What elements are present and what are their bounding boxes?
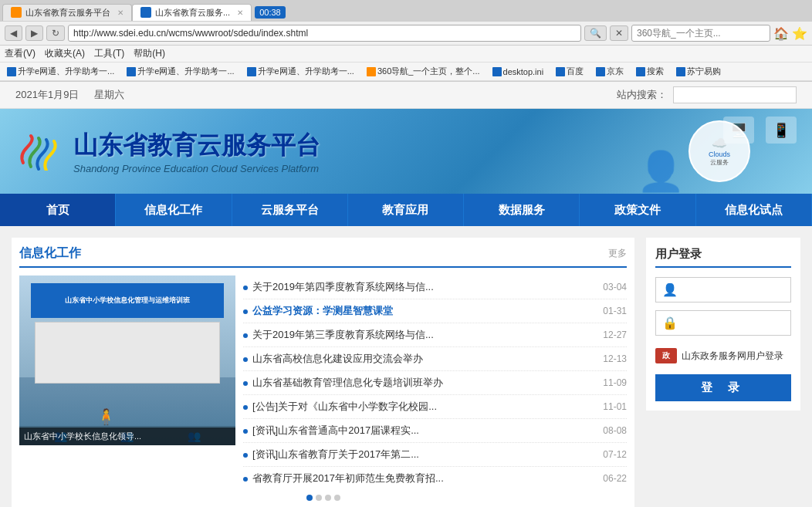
nav-home[interactable]: 首页 (0, 194, 116, 226)
bookmark-label-7: 搜索 (647, 66, 664, 77)
bookmark-label-5: 百度 (567, 66, 584, 77)
refresh-button[interactable]: ↻ (46, 25, 65, 41)
section-more[interactable]: 更多 (608, 247, 627, 260)
bookmark-2[interactable]: 升学e网通、升学助考一... (243, 65, 358, 78)
username-wrapper: 👤 (655, 277, 791, 303)
bookmark-8[interactable]: 苏宁易购 (672, 65, 725, 78)
news-date-8: 06-22 (588, 473, 627, 484)
search-go-button[interactable]: 🔍 (584, 25, 607, 41)
nav-cloud[interactable]: 云服务平台 (232, 194, 348, 226)
info-content: 山东省中小学校信息化管理与运维培训班 🧍 👥 👥 (19, 275, 627, 490)
topbar-right: 站内搜索： (617, 86, 797, 103)
news-title-5[interactable]: [公告]关于对《山东省中小学数字化校园... (252, 400, 588, 414)
user-icon: 👤 (662, 282, 678, 297)
bookmark-label-8: 苏宁易购 (687, 66, 721, 77)
news-date-7: 07-12 (588, 449, 627, 460)
bookmark-icon-2 (247, 67, 256, 76)
news-date-6: 08-08 (588, 425, 627, 436)
nav-pilot[interactable]: 信息化试点 (696, 194, 812, 226)
news-title-2[interactable]: 关于2019年第三季度教育系统网络与信... (252, 328, 588, 342)
username-input[interactable] (684, 284, 784, 296)
bookmark-4[interactable]: desktop.ini (489, 66, 548, 77)
browser-tabs: 山东省教育云服务平台 ✕ 山东省教育云服务... ✕ 00:38 (0, 0, 812, 22)
menu-view[interactable]: 查看(V) (5, 47, 36, 60)
site-search-input[interactable] (673, 86, 797, 103)
bookmark-5[interactable]: 百度 (552, 65, 587, 78)
bookmark-7[interactable]: 搜索 (632, 65, 668, 78)
news-title-8[interactable]: 省教育厅开展2017年初师范生免费教育招... (252, 472, 588, 485)
list-item: 关于2019年第三季度教育系统网络与信... 12-27 (243, 323, 627, 347)
site-date: 2021年1月9日 (15, 88, 79, 102)
login-button[interactable]: 登 录 (655, 374, 791, 401)
address-bar[interactable] (68, 25, 581, 42)
cloud-badge: ☁️ Clouds 云服务 (689, 120, 750, 182)
home-icon[interactable]: 🏠 (773, 26, 789, 41)
tab-close-2[interactable]: ✕ (237, 8, 243, 17)
tab-1[interactable]: 山东省教育云服务平台 ✕ (2, 4, 132, 21)
bookmark-icon-0 (7, 67, 16, 76)
bookmark-label-3: 360导航_一个主页，整个... (377, 66, 480, 77)
nav-data[interactable]: 数据服务 (464, 194, 580, 226)
list-item: 公益学习资源：学测星智慧课堂 01-31 (243, 299, 627, 323)
bookmark-1[interactable]: 升学e网通、升学助考一... (123, 65, 238, 78)
site-weekday: 星期六 (94, 88, 124, 102)
section-header: 信息化工作 更多 (19, 245, 627, 268)
browser-search-input[interactable] (631, 25, 770, 42)
news-date-2: 12-27 (588, 330, 627, 340)
menu-help[interactable]: 帮助(H) (134, 47, 165, 60)
gov-icon-text: 政 (662, 350, 670, 361)
info-section: 信息化工作 更多 山东省中小学校信息化管理与运维培训班 (12, 238, 634, 507)
bookmark-icon-6 (596, 67, 605, 76)
news-title-6[interactable]: [资讯]山东省普通高中2017届课程实... (252, 424, 588, 438)
site-logo-cn: 山东省教育云服务平台 (73, 129, 320, 163)
nav-edu-app[interactable]: 教育应用 (348, 194, 464, 226)
nav-it-work[interactable]: 信息化工作 (116, 194, 232, 226)
logo-text-area: 山东省教育云服务平台 Shandong Province Education C… (73, 129, 320, 174)
left-content: 信息化工作 更多 山东省中小学校信息化管理与运维培训班 (12, 238, 634, 507)
news-title-0[interactable]: 关于2019年第四季度教育系统网络与信... (252, 280, 588, 294)
info-image: 山东省中小学校信息化管理与运维培训班 🧍 👥 👥 (19, 275, 235, 445)
dot-3[interactable] (334, 495, 340, 501)
news-dot-5 (243, 405, 248, 410)
menu-tools[interactable]: 工具(T) (94, 47, 124, 60)
news-title-3[interactable]: 山东省高校信息化建设应用交流会举办 (252, 352, 588, 366)
browser-chrome: 山东省教育云服务平台 ✕ 山东省教育云服务... ✕ 00:38 ◀ ▶ ↻ 🔍… (0, 0, 812, 82)
tab-favicon-2 (140, 7, 151, 18)
news-dot-8 (243, 477, 248, 482)
news-title-4[interactable]: 山东省基础教育管理信息化专题培训班举办 (252, 376, 588, 390)
tab-favicon-1 (11, 7, 22, 18)
bookmark-icon-1 (127, 67, 136, 76)
stop-button[interactable]: ✕ (610, 25, 628, 41)
password-input[interactable] (684, 317, 784, 329)
image-placeholder: 山东省中小学校信息化管理与运维培训班 🧍 👥 👥 (19, 275, 235, 445)
tab-label-2: 山东省教育云服务... (155, 7, 230, 19)
bookmark-label-4: desktop.ini (503, 67, 544, 76)
tab-2[interactable]: 山东省教育云服务... ✕ (132, 4, 252, 21)
news-list: 关于2019年第四季度教育系统网络与信... 03-04 公益学习资源：学测星智… (243, 275, 627, 490)
dot-2[interactable] (325, 495, 331, 501)
nav-policy[interactable]: 政策文件 (580, 194, 695, 226)
bookmark-0[interactable]: 升学e网通、升学助考一... (3, 65, 118, 78)
back-button[interactable]: ◀ (5, 25, 22, 41)
news-title-7[interactable]: [资讯]山东省教育厅关于2017年第二... (252, 448, 588, 461)
bookmark-icon-4 (492, 67, 502, 76)
list-item: 省教育厅开展2017年初师范生免费教育招... 06-22 (243, 467, 627, 490)
star-icon[interactable]: ⭐ (792, 26, 807, 41)
main-nav: 首页 信息化工作 云服务平台 教育应用 数据服务 政策文件 信息化试点 (0, 194, 812, 226)
bookmark-label-6: 京东 (607, 66, 624, 77)
forward-button[interactable]: ▶ (25, 25, 43, 41)
tab-close-1[interactable]: ✕ (117, 8, 123, 17)
gov-login-button[interactable]: 政 山东政务服务网用户登录 (655, 343, 791, 368)
site-logo-en: Shandong Province Education Cloud Servic… (73, 163, 320, 174)
section-title: 信息化工作 (19, 245, 81, 262)
dot-0[interactable] (306, 495, 313, 501)
bookmark-icon-3 (367, 67, 376, 76)
menu-favorites[interactable]: 收藏夹(A) (45, 47, 85, 60)
bookmark-3[interactable]: 360导航_一个主页，整个... (363, 65, 484, 78)
news-title-1[interactable]: 公益学习资源：学测星智慧课堂 (252, 304, 588, 318)
gov-login-label: 山东政务服务网用户登录 (682, 350, 783, 363)
bookmark-6[interactable]: 京东 (592, 65, 628, 78)
dot-1[interactable] (316, 495, 322, 501)
browser-toolbar: ◀ ▶ ↻ 🔍 ✕ 🏠 ⭐ (0, 22, 812, 46)
image-caption: 山东省中小学校长信息化领导... (19, 428, 235, 445)
